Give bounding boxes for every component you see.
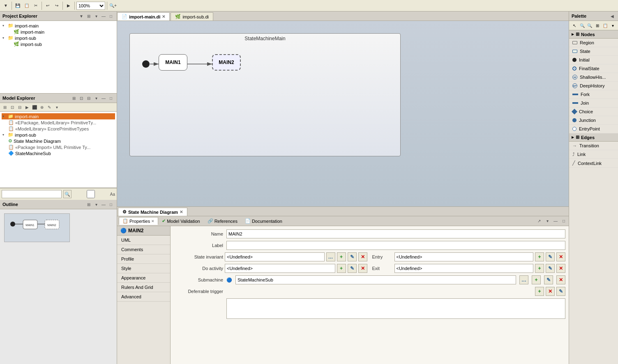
- zoom-select[interactable]: 100%: [76, 2, 105, 10]
- prop-entry-input[interactable]: [394, 252, 534, 261]
- toolbar-zoom-in[interactable]: 🔍+: [109, 2, 117, 10]
- me-btn-2[interactable]: ⊡: [78, 95, 85, 101]
- prop-submachine-input[interactable]: [235, 275, 516, 284]
- initial-state-node[interactable]: [142, 60, 150, 68]
- main2-state-node[interactable]: MAIN2: [212, 54, 241, 71]
- prop-nav-profile[interactable]: Profile: [117, 254, 170, 264]
- prop-entry-del[interactable]: ✕: [556, 252, 565, 261]
- prop-deferrable-add[interactable]: +: [535, 287, 544, 296]
- me-btn-3[interactable]: ⊟: [85, 95, 92, 101]
- toolbar-btn-5[interactable]: ↩: [44, 2, 52, 10]
- me-btn-1[interactable]: ⊞: [71, 95, 77, 101]
- me-max-btn[interactable]: □: [108, 95, 114, 101]
- palette-tool-zoom-in[interactable]: 🔍: [579, 22, 586, 29]
- prop-label-input[interactable]: [226, 241, 565, 250]
- prop-deferrable-edit[interactable]: ✎: [556, 287, 565, 296]
- pe-filter-btn[interactable]: ⊞: [85, 13, 92, 19]
- prop-menu-btn[interactable]: ▾: [544, 218, 551, 224]
- search-button[interactable]: 🔍: [63, 190, 71, 198]
- prop-submachine-add[interactable]: +: [532, 275, 541, 284]
- prop-exit-input[interactable]: [394, 264, 534, 273]
- prop-state-invariant-ellipsis[interactable]: …: [326, 252, 335, 261]
- prop-name-input[interactable]: [226, 229, 565, 238]
- me-item-epackage[interactable]: 📋 «EPackage, ModelLibrary» PrimitiveTy..…: [2, 119, 115, 126]
- me-item-sm-diagram[interactable]: ⚙ State Machine Diagram: [2, 138, 115, 144]
- me-tool-2[interactable]: ⊡: [9, 104, 16, 110]
- tab-state-machine-diagram[interactable]: ⚙ State Machine Diagram ✕: [118, 208, 187, 216]
- palette-item-context-link[interactable]: ╱ ContextLink: [569, 159, 618, 168]
- tab-close-smd[interactable]: ✕: [180, 210, 183, 214]
- me-tool-3[interactable]: ⊟: [16, 104, 23, 110]
- tree-item-import-sub-child[interactable]: 🌿 import-sub: [2, 41, 115, 47]
- prop-tab-model-validation[interactable]: ✔ Model Validation: [158, 217, 204, 225]
- outline-btn-2[interactable]: ▾: [93, 201, 99, 208]
- prop-entry-edit[interactable]: ✎: [546, 252, 555, 261]
- palette-item-transition[interactable]: → Transition: [569, 142, 618, 150]
- me-item-modellibrary[interactable]: 📋 «ModelLibrary» EcorePrimitiveTypes: [2, 126, 115, 132]
- me-tool-4[interactable]: ▶: [24, 104, 30, 110]
- prop-nav-rulers-grid[interactable]: Rulers And Grid: [117, 283, 170, 292]
- palette-tool-connect[interactable]: ⊞: [594, 22, 601, 29]
- prop-nav-uml[interactable]: UML: [117, 236, 170, 245]
- prop-nav-appearance[interactable]: Appearance: [117, 273, 170, 283]
- me-item-sm-sub[interactable]: 🔷 StateMachineSub: [2, 150, 115, 156]
- prop-do-activity-input[interactable]: [225, 264, 335, 273]
- me-tool-7[interactable]: ✎: [46, 104, 53, 110]
- palette-item-fork[interactable]: Fork: [569, 90, 618, 99]
- prop-submachine-ellipsis[interactable]: …: [519, 275, 528, 284]
- toolbar-btn-1[interactable]: ▼: [2, 2, 10, 10]
- me-item-pkg-import[interactable]: 📋 «Package Import» UML Primitive Ty...: [2, 144, 115, 150]
- palette-item-choice[interactable]: Choice: [569, 108, 618, 116]
- palette-item-junction[interactable]: Junction: [569, 116, 618, 125]
- prop-min-btn[interactable]: —: [552, 218, 559, 224]
- palette-item-region[interactable]: Region: [569, 39, 618, 47]
- palette-item-final-state[interactable]: FinalState: [569, 64, 618, 73]
- palette-item-initial[interactable]: Initial: [569, 56, 618, 64]
- prop-tab-documentation[interactable]: 📄 Documentation: [241, 217, 286, 225]
- toolbar-btn-3[interactable]: 📋: [23, 2, 31, 10]
- pe-collapse-btn[interactable]: ▼: [78, 13, 85, 19]
- prop-deferrable-del[interactable]: ✕: [546, 287, 555, 296]
- palette-item-join[interactable]: Join: [569, 99, 618, 108]
- palette-tool-zoom-out[interactable]: 🔍: [586, 22, 593, 29]
- search-input[interactable]: [2, 190, 62, 198]
- prop-submachine-del[interactable]: ✕: [556, 275, 565, 284]
- prop-external-btn[interactable]: ↗: [536, 218, 542, 224]
- me-btn-4[interactable]: ▾: [93, 95, 99, 101]
- me-tool-1[interactable]: ⊞: [2, 104, 8, 110]
- outline-btn-1[interactable]: ⊞: [85, 201, 92, 208]
- palette-item-entry-point[interactable]: EntryPoint: [569, 125, 618, 133]
- palette-item-link[interactable]: ⤴ Link: [569, 150, 618, 159]
- prop-exit-edit[interactable]: ✎: [546, 264, 555, 273]
- me-tool-6[interactable]: ⊕: [39, 104, 45, 110]
- prop-entry-add[interactable]: +: [535, 252, 544, 261]
- tab-import-sub[interactable]: 🌿 import-sub.di: [171, 12, 213, 21]
- prop-nav-comments[interactable]: Comments: [117, 245, 170, 254]
- prop-do-activity-add[interactable]: +: [337, 264, 346, 273]
- palette-item-deep-history[interactable]: H* DeepHistory: [569, 82, 618, 90]
- prop-exit-del[interactable]: ✕: [556, 264, 565, 273]
- me-tool-8[interactable]: ▾: [53, 104, 60, 110]
- prop-tab-properties[interactable]: 📋 Properties ✕: [119, 217, 158, 225]
- palette-arrow-btn[interactable]: ◀: [609, 13, 616, 19]
- tab-import-main[interactable]: 📄 import-main.di ✕: [117, 12, 170, 21]
- prop-submachine-edit[interactable]: ✎: [544, 275, 553, 284]
- tab-close-main[interactable]: ✕: [162, 14, 165, 19]
- prop-state-invariant-edit[interactable]: ✎: [348, 252, 357, 261]
- outline-min-btn[interactable]: —: [100, 201, 107, 208]
- prop-max-btn[interactable]: □: [560, 218, 567, 224]
- palette-section-nodes[interactable]: ▸ ⊞ Nodes: [569, 30, 618, 39]
- palette-tool-note[interactable]: 📋: [602, 22, 609, 29]
- prop-do-activity-del[interactable]: ✕: [358, 264, 367, 273]
- palette-section-edges[interactable]: ▸ ⊞ Edges: [569, 133, 618, 142]
- prop-state-invariant-add[interactable]: +: [337, 252, 346, 261]
- prop-tab-close-properties[interactable]: ✕: [151, 219, 154, 223]
- prop-deferrable-textarea[interactable]: [226, 298, 565, 319]
- tree-item-import-main-root[interactable]: ▾ 📁 import-main: [2, 23, 115, 29]
- toolbar-btn-run[interactable]: ▶: [65, 2, 73, 10]
- pe-menu-btn[interactable]: ▾: [93, 13, 99, 19]
- toolbar-btn-6[interactable]: ↪: [53, 2, 61, 10]
- prop-nav-advanced[interactable]: Advanced: [117, 292, 170, 302]
- me-item-import-sub[interactable]: ▾ 📁 import-sub: [2, 132, 115, 138]
- me-min-btn[interactable]: —: [100, 95, 107, 101]
